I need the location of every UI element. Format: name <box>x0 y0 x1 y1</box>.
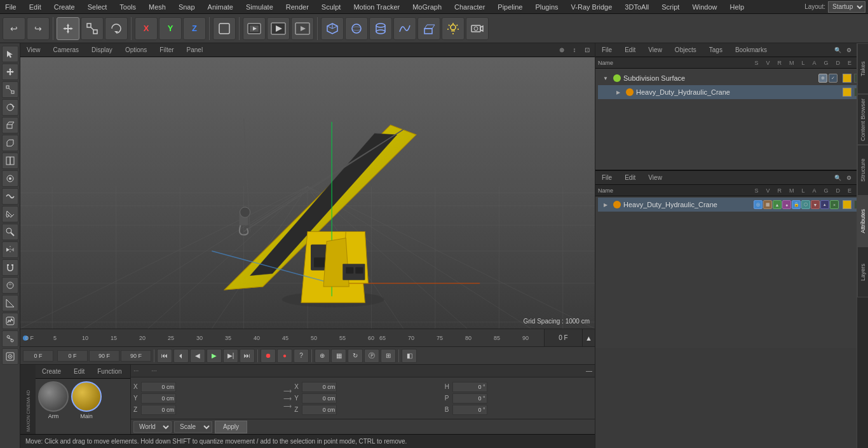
left-tool-select[interactable] <box>2 46 18 62</box>
move-tool-button[interactable] <box>57 17 79 40</box>
scene-tab-view[interactable]: View <box>644 173 666 182</box>
viewport-tab-options[interactable]: Options <box>121 45 151 55</box>
z-pos-input[interactable] <box>141 405 176 415</box>
redo-button[interactable]: ↪ <box>27 17 50 40</box>
mat-tab-edit[interactable]: Edit <box>70 367 88 376</box>
side-tab-structure[interactable]: Structure <box>857 145 868 196</box>
apply-button[interactable]: Apply <box>215 421 247 433</box>
timeline-expand[interactable]: ▲ <box>582 329 595 346</box>
menu-file[interactable]: File <box>3 2 19 12</box>
tag-icon-1[interactable]: ⊕ <box>818 74 827 83</box>
obj-tab-objects[interactable]: Objects <box>671 45 700 55</box>
obj-tab-tags[interactable]: Tags <box>705 45 726 55</box>
go-end-button[interactable]: ⏭ <box>240 349 255 363</box>
menu-motiontracker[interactable]: Motion Tracker <box>351 2 402 12</box>
render-pv-button[interactable] <box>291 17 314 40</box>
side-tab-layers[interactable]: Layers <box>857 247 868 297</box>
mat-tab-function[interactable]: Function <box>93 367 125 376</box>
left-tool-move[interactable] <box>2 64 18 80</box>
snap-button[interactable]: ⊞ <box>381 349 396 363</box>
menu-character[interactable]: Character <box>452 2 487 12</box>
scene-crane-expand[interactable]: ▶ <box>600 202 611 208</box>
left-tool-symmetry[interactable] <box>2 295 18 311</box>
menu-render[interactable]: Render <box>283 2 311 12</box>
menu-edit[interactable]: Edit <box>27 2 44 12</box>
left-tool-smooth[interactable] <box>2 188 18 205</box>
obj-manager-search-icon[interactable]: 🔍 <box>832 45 843 55</box>
tag-blue-2[interactable]: 🔒 <box>792 200 801 209</box>
step-forward-button[interactable]: ▶| <box>223 349 238 363</box>
viewport-icon-2[interactable]: ↕ <box>569 45 580 55</box>
obj-tab-edit[interactable]: Edit <box>621 45 639 55</box>
scene-tab-file[interactable]: File <box>598 173 616 182</box>
y-size-input[interactable] <box>302 393 337 404</box>
menu-pipeline[interactable]: Pipeline <box>495 2 525 12</box>
render-button[interactable] <box>267 17 290 40</box>
timeline-ruler[interactable]: 0 F 5 10 15 20 25 30 35 40 45 50 55 60 6… <box>20 329 595 346</box>
layer-button[interactable]: ▦ <box>331 349 346 363</box>
z-axis-button[interactable]: Z <box>183 17 206 40</box>
render-transport-button[interactable]: ◧ <box>402 349 417 363</box>
viewport-tab-cameras[interactable]: Cameras <box>50 45 83 55</box>
sphere-button[interactable] <box>345 17 368 40</box>
auto-key-button[interactable]: ● <box>277 349 292 363</box>
y-axis-button[interactable]: Y <box>159 17 182 40</box>
left-tool-sculpt[interactable] <box>2 277 18 294</box>
mat-tab-create[interactable]: Create <box>38 367 65 376</box>
left-tool-extrude[interactable] <box>2 117 18 133</box>
pivot-button[interactable]: Ⓟ <box>364 349 379 363</box>
material-arm[interactable]: Arm <box>38 381 69 419</box>
menu-select[interactable]: Select <box>85 2 110 12</box>
viewport-tab-view[interactable]: View <box>23 45 44 55</box>
rotate-tool-button[interactable] <box>105 17 128 40</box>
current-frame-input[interactable] <box>23 350 53 362</box>
menu-help[interactable]: Help <box>728 2 747 12</box>
scene-lower-search-icon[interactable]: 🔍 <box>832 173 843 183</box>
scale-dropdown[interactable]: Scale <box>174 421 212 433</box>
left-tool-paint[interactable] <box>2 224 18 240</box>
cylinder-button[interactable] <box>369 17 392 40</box>
left-tool-poly[interactable] <box>2 170 18 187</box>
cube-button[interactable] <box>321 17 344 40</box>
x-axis-button[interactable]: X <box>135 17 158 40</box>
scene-lower-crane-row[interactable]: ▶ Heavy_Duty_Hydraulic_Crane ◎ ▦ ▲ ● 🔒 ⬡… <box>598 198 865 212</box>
spline-button[interactable] <box>393 17 416 40</box>
left-tool-weight[interactable] <box>2 313 18 329</box>
viewport-3d[interactable]: Perspective <box>20 57 595 329</box>
tag-red-1[interactable]: ▼ <box>811 200 820 209</box>
menu-sculpt[interactable]: Sculpt <box>319 2 344 12</box>
tag-green-1[interactable]: ▲ <box>773 200 782 209</box>
menu-create[interactable]: Create <box>51 2 78 12</box>
menu-mograph[interactable]: MoGraph <box>410 2 444 12</box>
material-ball-arm[interactable] <box>38 381 69 412</box>
world-dropdown[interactable]: World <box>133 421 172 433</box>
camera-button[interactable] <box>466 17 489 40</box>
preview-frame-input[interactable] <box>121 350 151 362</box>
scene-tab-edit[interactable]: Edit <box>621 173 639 182</box>
menu-plugins[interactable]: Plugins <box>532 2 560 12</box>
start-frame-input[interactable] <box>57 350 88 362</box>
material-ball-main[interactable] <box>71 381 102 412</box>
left-tool-mirror[interactable] <box>2 241 18 258</box>
expand-icon-subdivision[interactable]: ▼ <box>600 76 611 81</box>
object-mode-button[interactable] <box>213 17 236 40</box>
viewport-tab-panel[interactable]: Panel <box>183 45 207 55</box>
obj-manager-settings-icon[interactable]: ⚙ <box>844 45 854 55</box>
motion-mode-button[interactable]: ↻ <box>348 349 363 363</box>
timeline-track[interactable]: 0 F 5 10 15 20 25 30 35 40 45 50 55 60 6… <box>20 329 544 346</box>
tag-icon-2[interactable]: ✓ <box>829 74 837 83</box>
y-pos-input[interactable] <box>141 393 176 404</box>
left-tool-scale[interactable] <box>2 81 18 98</box>
tag-blue-1[interactable]: ◎ <box>754 200 763 209</box>
tag-green-2[interactable]: × <box>830 200 839 209</box>
menu-window[interactable]: Window <box>689 2 719 12</box>
viewport-tab-display[interactable]: Display <box>88 45 116 55</box>
play-button[interactable]: ▶ <box>207 349 222 363</box>
extrude-button[interactable] <box>417 17 440 40</box>
scale-tool-button[interactable] <box>81 17 104 40</box>
h-rot-input[interactable] <box>452 382 487 392</box>
viewport-tab-filter[interactable]: Filter <box>156 45 177 55</box>
obj-row-crane[interactable]: ▶ Heavy_Duty_Hydraulic_Crane □ <box>598 85 865 99</box>
z-size-input[interactable] <box>302 405 337 415</box>
tag-indigo-1[interactable]: ▴ <box>820 200 829 209</box>
